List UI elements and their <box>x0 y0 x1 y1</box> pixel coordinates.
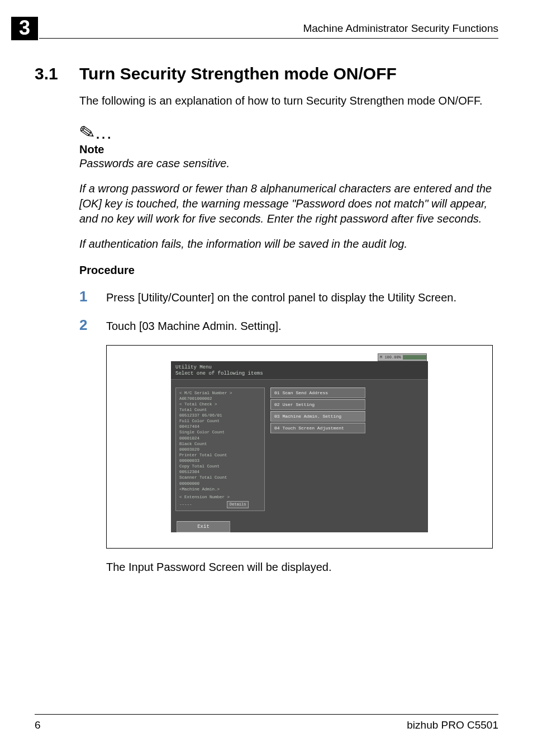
info-line: 00001024 <box>179 436 261 441</box>
note-label: Note <box>79 143 498 156</box>
memory-label: M 100.00% <box>380 355 401 360</box>
utility-title: Utility Menu <box>175 365 423 371</box>
info-line: 00093829 <box>179 447 261 452</box>
info-line: Copy Total Count <box>179 464 261 469</box>
utility-header: Utility Menu Select one of following ite… <box>171 361 428 380</box>
info-line: < Extension Number > <box>179 494 261 500</box>
step-text: Press [Utility/Counter] on the control p… <box>106 290 456 305</box>
menu-machine-admin-setting[interactable]: 03 Machine Admin. Setting <box>270 411 365 422</box>
info-line: 00512304 <box>179 469 261 475</box>
info-line: 00512337 05/06/01 <box>179 413 261 418</box>
note-block: ✎... Note Passwords are case sensitive. … <box>79 123 498 252</box>
exit-button[interactable]: Exit <box>177 521 230 532</box>
step-number: 1 <box>79 288 106 305</box>
utility-screen: M 100.00% Utility Menu Select one of fol… <box>171 361 428 532</box>
info-line: 00417484 <box>179 424 261 429</box>
note-dots: ... <box>96 127 113 141</box>
section-number: 3.1 <box>35 64 79 83</box>
info-line: <Machine Admin.> <box>179 486 261 492</box>
step-number: 2 <box>79 316 106 334</box>
info-line: 00000033 <box>179 458 261 464</box>
result-paragraph: The Input Password Screen will be displa… <box>106 561 498 574</box>
menu-user-setting[interactable]: 02 User Setting <box>270 399 365 410</box>
info-line: Black Count <box>179 441 261 447</box>
procedure-heading: Procedure <box>79 264 498 277</box>
info-line: < M/C Serial Number > <box>179 390 261 396</box>
note-paragraph-3: If authentication fails, the information… <box>79 237 498 252</box>
pencil-icon: ✎ <box>78 122 96 143</box>
info-line: Printer Total Count <box>179 452 261 458</box>
step-1: 1 Press [Utility/Counter] on the control… <box>79 288 498 305</box>
step-2: 2 Touch [03 Machine Admin. Setting]. <box>79 316 498 334</box>
info-line: A0E7001000002 <box>179 396 261 401</box>
page-header: Machine Administrator Security Functions <box>39 22 498 39</box>
note-paragraph-2: If a wrong password or fewer than 8 alph… <box>79 181 498 226</box>
memory-bar <box>403 355 426 360</box>
chapter-number-tab: 3 <box>11 17 38 40</box>
info-line: < Total Check > <box>179 401 261 407</box>
menu-column: 01 Scan Send Address 02 User Setting 03 … <box>265 388 423 512</box>
machine-info-panel: < M/C Serial Number > A0E7001000002 < To… <box>175 388 265 512</box>
step-text: Touch [03 Machine Admin. Setting]. <box>106 319 282 334</box>
section-title: Turn Security Strengthen mode ON/OFF <box>79 64 397 83</box>
intro-paragraph: The following is an explanation of how t… <box>79 93 498 108</box>
info-line: Total Count <box>179 407 261 413</box>
info-line: 00000000 <box>179 481 261 486</box>
menu-scan-send-address[interactable]: 01 Scan Send Address <box>270 388 365 398</box>
info-line: ----- <box>179 502 192 507</box>
page-footer: 6 bizhub PRO C5501 <box>35 714 498 731</box>
note-paragraph-1: Passwords are case sensitive. <box>79 156 498 171</box>
memory-indicator: M 100.00% <box>378 353 427 361</box>
screenshot-frame: M 100.00% Utility Menu Select one of fol… <box>106 345 493 549</box>
info-line: Single Color Count <box>179 429 261 435</box>
utility-subtitle: Select one of following items <box>175 371 423 377</box>
info-line: Full Color Count <box>179 418 261 424</box>
details-button[interactable]: Details <box>227 501 249 508</box>
info-line: Scanner Total Count <box>179 475 261 480</box>
model-name: bizhub PRO C5501 <box>407 719 498 731</box>
page-number: 6 <box>35 719 41 731</box>
menu-touch-screen-adjustment[interactable]: 04 Touch Screen Adjustment <box>270 423 365 433</box>
